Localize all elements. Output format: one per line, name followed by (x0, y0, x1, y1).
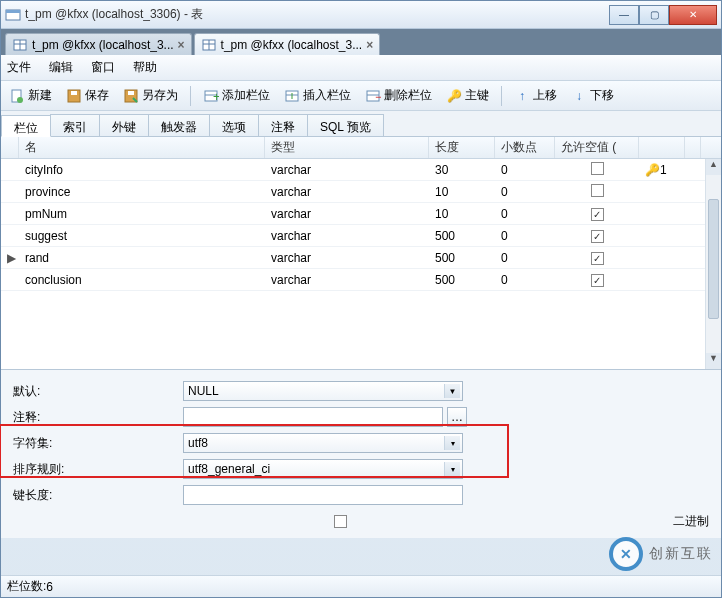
allownull-checkbox[interactable] (591, 184, 604, 197)
allownull-checkbox[interactable]: ✓ (591, 230, 604, 243)
row-marker: ▶ (1, 251, 19, 265)
cell-decimals[interactable]: 0 (495, 207, 555, 221)
cell-type[interactable]: varchar (265, 273, 429, 287)
arrow-down-icon: ↓ (571, 88, 587, 104)
cell-length[interactable]: 30 (429, 163, 495, 177)
tab-fields[interactable]: 栏位 (1, 115, 51, 137)
cell-length[interactable]: 500 (429, 229, 495, 243)
insertfield-button[interactable]: 插入栏位 (280, 85, 355, 106)
addfield-button[interactable]: +添加栏位 (199, 85, 274, 106)
allownull-checkbox[interactable]: ✓ (591, 274, 604, 287)
binary-checkbox[interactable] (334, 515, 347, 528)
cell-length[interactable]: 500 (429, 251, 495, 265)
binary-label: 二进制 (673, 513, 709, 530)
allownull-checkbox[interactable]: ✓ (591, 208, 604, 221)
table-row[interactable]: pmNumvarchar100✓ (1, 203, 721, 225)
collation-dropdown[interactable]: utf8_general_ci▾ (183, 459, 463, 479)
sub-tab-strip: 栏位 索引 外键 触发器 选项 注释 SQL 预览 (1, 111, 721, 137)
cell-type[interactable]: varchar (265, 229, 429, 243)
default-label: 默认: (13, 383, 183, 400)
minimize-button[interactable]: — (609, 5, 639, 25)
charset-label: 字符集: (13, 435, 183, 452)
svg-text:+: + (213, 90, 219, 104)
primarykey-button[interactable]: 🔑主键 (442, 85, 493, 106)
saveas-button[interactable]: 另存为 (119, 85, 182, 106)
deletefield-icon: − (365, 88, 381, 104)
table-row[interactable]: ▶randvarchar5000✓ (1, 247, 721, 269)
vertical-scrollbar[interactable]: ▲ ▼ (705, 159, 721, 369)
scroll-down-arrow[interactable]: ▼ (706, 353, 721, 369)
cell-length[interactable]: 10 (429, 185, 495, 199)
grid-body[interactable]: cityInfovarchar300🔑1provincevarchar100pm… (1, 159, 721, 369)
col-decimals[interactable]: 小数点 (495, 137, 555, 158)
cell-type[interactable]: varchar (265, 163, 429, 177)
insertfield-icon (284, 88, 300, 104)
menu-file[interactable]: 文件 (7, 59, 31, 76)
document-tab-1[interactable]: t_pm @kfxx (localhost_3... × (5, 33, 192, 55)
table-row[interactable]: provincevarchar100 (1, 181, 721, 203)
table-row[interactable]: suggestvarchar5000✓ (1, 225, 721, 247)
comment-input[interactable] (183, 407, 443, 427)
menu-help[interactable]: 帮助 (133, 59, 157, 76)
collation-label: 排序规则: (13, 461, 183, 478)
menu-window[interactable]: 窗口 (91, 59, 115, 76)
table-row[interactable]: conclusionvarchar5000✓ (1, 269, 721, 291)
cell-length[interactable]: 10 (429, 207, 495, 221)
movedown-button[interactable]: ↓下移 (567, 85, 618, 106)
tab-indexes[interactable]: 索引 (50, 114, 100, 136)
deletefield-button[interactable]: −删除栏位 (361, 85, 436, 106)
save-button[interactable]: 保存 (62, 85, 113, 106)
cell-decimals[interactable]: 0 (495, 273, 555, 287)
scroll-up-arrow[interactable]: ▲ (706, 159, 721, 175)
col-name[interactable]: 名 (19, 137, 265, 158)
col-type[interactable]: 类型 (265, 137, 429, 158)
allownull-checkbox[interactable] (591, 162, 604, 175)
cell-decimals[interactable]: 0 (495, 229, 555, 243)
tab-fk[interactable]: 外键 (99, 114, 149, 136)
menu-edit[interactable]: 编辑 (49, 59, 73, 76)
col-length[interactable]: 长度 (429, 137, 495, 158)
charset-dropdown[interactable]: utf8▾ (183, 433, 463, 453)
comment-browse-button[interactable]: … (447, 407, 467, 427)
save-icon (66, 88, 82, 104)
fieldcount-value: 6 (46, 580, 53, 594)
cell-decimals[interactable]: 0 (495, 251, 555, 265)
table-row[interactable]: cityInfovarchar300🔑1 (1, 159, 721, 181)
cell-name[interactable]: rand (19, 251, 265, 265)
chevron-down-icon: ▼ (444, 384, 460, 398)
cell-decimals[interactable]: 0 (495, 185, 555, 199)
cell-length[interactable]: 500 (429, 273, 495, 287)
close-icon[interactable]: × (178, 38, 185, 52)
scroll-thumb[interactable] (708, 199, 719, 319)
cell-type[interactable]: varchar (265, 251, 429, 265)
cell-name[interactable]: province (19, 185, 265, 199)
cell-name[interactable]: pmNum (19, 207, 265, 221)
cell-name[interactable]: cityInfo (19, 163, 265, 177)
watermark-logo-icon: ✕ (609, 537, 643, 571)
field-properties-form: 默认: NULL▼ 注释: … 字符集: utf8▾ 排序规则: utf8_ge… (1, 370, 721, 538)
tab-triggers[interactable]: 触发器 (148, 114, 210, 136)
maximize-button[interactable]: ▢ (639, 5, 669, 25)
cell-decimals[interactable]: 0 (495, 163, 555, 177)
arrow-up-icon: ↑ (514, 88, 530, 104)
moveup-button[interactable]: ↑上移 (510, 85, 561, 106)
default-dropdown[interactable]: NULL▼ (183, 381, 463, 401)
keylen-input[interactable] (183, 485, 463, 505)
tab-sqlpreview[interactable]: SQL 预览 (307, 114, 384, 136)
col-allownull[interactable]: 允许空值 ( (555, 137, 639, 158)
document-tab-2[interactable]: t_pm @kfxx (localhost_3... × (194, 33, 381, 55)
cell-name[interactable]: conclusion (19, 273, 265, 287)
cell-type[interactable]: varchar (265, 207, 429, 221)
close-button[interactable]: ✕ (669, 5, 717, 25)
svg-rect-11 (71, 91, 77, 95)
new-button[interactable]: 新建 (5, 85, 56, 106)
allownull-checkbox[interactable]: ✓ (591, 252, 604, 265)
cell-name[interactable]: suggest (19, 229, 265, 243)
tab-options[interactable]: 选项 (209, 114, 259, 136)
tab-comment[interactable]: 注释 (258, 114, 308, 136)
separator (501, 86, 502, 106)
svg-point-9 (17, 97, 23, 103)
app-icon (5, 7, 21, 23)
close-icon[interactable]: × (366, 38, 373, 52)
cell-type[interactable]: varchar (265, 185, 429, 199)
